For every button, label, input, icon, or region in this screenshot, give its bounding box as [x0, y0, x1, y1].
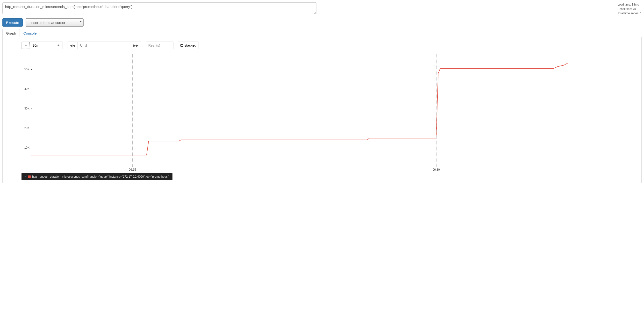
- view-tabs: Graph Console: [2, 29, 642, 37]
- grid-line: [436, 54, 436, 167]
- y-tick-label: 50K: [24, 68, 30, 71]
- query-stats: Load time: 38ms Resolution: 7s Total tim…: [618, 3, 642, 16]
- range-increase-button[interactable]: ＋: [54, 42, 63, 49]
- x-tick-label: 06:30: [433, 168, 440, 171]
- check-icon: ✓: [24, 175, 26, 178]
- rewind-icon: ◀◀: [70, 44, 75, 47]
- stacked-toggle[interactable]: stacked: [178, 42, 199, 49]
- tab-console[interactable]: Console: [20, 29, 40, 37]
- legend-series-label[interactable]: http_request_duration_microseconds_sum{h…: [32, 175, 170, 178]
- stacked-label: stacked: [184, 44, 196, 47]
- legend: ✓ http_request_duration_microseconds_sum…: [22, 173, 172, 180]
- y-tick-label: 10K: [24, 146, 30, 149]
- time-forward-button[interactable]: ▶▶: [131, 42, 141, 49]
- chart-area: 10K20K30K40K50K 06:1506:30: [22, 54, 639, 167]
- y-tick-label: 40K: [24, 87, 30, 91]
- stacked-icon: [180, 44, 183, 47]
- resolution-label: Resolution: 7s: [618, 7, 642, 11]
- graph-panel: － ＋ ◀◀ ▶▶ stacked 10K20K30K40K50K 06:150…: [2, 37, 642, 183]
- expression-input[interactable]: http_request_duration_microseconds_sum{j…: [2, 3, 316, 14]
- time-back-button[interactable]: ◀◀: [67, 42, 78, 49]
- until-group: ◀◀ ▶▶: [67, 42, 141, 49]
- legend-swatch[interactable]: [28, 175, 31, 178]
- load-time-label: Load time: 38ms: [618, 3, 642, 7]
- minus-icon: －: [24, 43, 28, 48]
- x-tick-label: 06:15: [129, 168, 136, 171]
- forward-icon: ▶▶: [133, 44, 139, 47]
- y-tick-label: 20K: [24, 126, 30, 130]
- tab-graph[interactable]: Graph: [2, 29, 20, 37]
- resolution-input[interactable]: [146, 42, 174, 49]
- plus-icon: ＋: [57, 43, 60, 48]
- y-axis: 10K20K30K40K50K: [22, 54, 31, 167]
- metric-select[interactable]: - insert metric at cursor -: [26, 18, 84, 27]
- range-group: － ＋: [22, 42, 63, 49]
- series-line[interactable]: [31, 63, 639, 155]
- y-tick-label: 30K: [24, 107, 30, 110]
- until-input[interactable]: [78, 42, 131, 49]
- plot-area[interactable]: 06:1506:30: [31, 54, 639, 167]
- range-decrease-button[interactable]: －: [22, 42, 30, 49]
- total-series-label: Total time series: 1: [618, 11, 642, 16]
- execute-button[interactable]: Execute: [2, 18, 23, 27]
- range-input[interactable]: [30, 42, 54, 49]
